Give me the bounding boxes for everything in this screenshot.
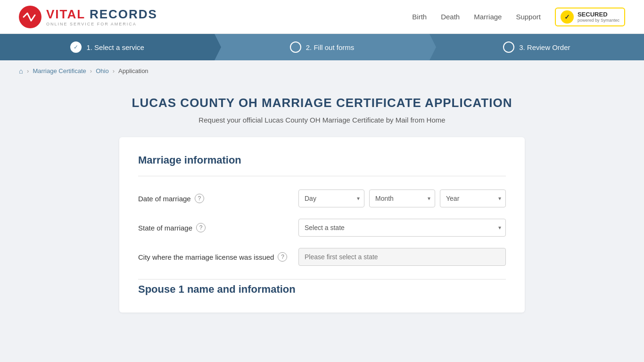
progress-step-2: 2. Fill out forms bbox=[215, 34, 429, 60]
breadcrumb-sep-2: › bbox=[90, 67, 92, 74]
date-inputs: Day 123456789101112131415161718192021222… bbox=[298, 189, 506, 207]
page-subtitle: Request your official Lucas County OH Ma… bbox=[119, 116, 525, 124]
date-help-icon[interactable]: ? bbox=[195, 194, 204, 203]
year-select[interactable]: Year 20242023202220212020201920182017201… bbox=[440, 189, 506, 207]
step2-arrow bbox=[429, 34, 436, 60]
section-divider-2 bbox=[138, 279, 506, 280]
city-row: City where the marriage license was issu… bbox=[138, 248, 506, 266]
section-divider-1 bbox=[138, 176, 506, 176]
page-title: LUCAS COUNTY OH MARRIAGE CERTIFICATE APP… bbox=[119, 96, 525, 110]
state-select[interactable]: Select a state AlabamaAlaskaArizonaArkan… bbox=[298, 219, 506, 237]
norton-powered-label: powered by Symantec bbox=[578, 18, 619, 23]
logo-text: VITAL RECORDS ONLINE SERVICE FOR AMERICA bbox=[46, 7, 157, 26]
norton-badge: ✓ SECURED powered by Symantec bbox=[555, 8, 625, 26]
logo-area: VITAL RECORDS ONLINE SERVICE FOR AMERICA bbox=[19, 6, 157, 28]
logo-icon bbox=[19, 6, 41, 28]
date-label-area: Date of marriage ? bbox=[138, 194, 289, 203]
month-select-wrapper: Month JanuaryFebruaryMarchAprilMayJuneJu… bbox=[369, 189, 435, 207]
nav-support[interactable]: Support bbox=[516, 13, 541, 21]
norton-check-icon: ✓ bbox=[561, 10, 574, 24]
norton-secured-label: SECURED bbox=[578, 11, 619, 18]
progress-bar: ✓ 1. Select a service 2. Fill out forms … bbox=[0, 34, 644, 60]
header: VITAL RECORDS ONLINE SERVICE FOR AMERICA… bbox=[0, 0, 644, 34]
norton-text: SECURED powered by Symantec bbox=[578, 11, 619, 23]
vital-text: VITAL bbox=[46, 7, 85, 21]
nav-death[interactable]: Death bbox=[441, 13, 460, 21]
date-label: Date of marriage bbox=[138, 195, 191, 203]
logo-subtitle: ONLINE SERVICE FOR AMERICA bbox=[46, 22, 157, 26]
brand-name: VITAL RECORDS bbox=[46, 7, 157, 22]
day-select[interactable]: Day 123456789101112131415161718192021222… bbox=[298, 189, 364, 207]
state-inputs: Select a state AlabamaAlaskaArizonaArkan… bbox=[298, 219, 506, 237]
state-select-wrapper: Select a state AlabamaAlaskaArizonaArkan… bbox=[298, 219, 506, 237]
state-help-icon[interactable]: ? bbox=[196, 223, 206, 232]
state-label-area: State of marriage ? bbox=[138, 223, 289, 232]
city-help-icon[interactable]: ? bbox=[278, 252, 287, 262]
section1-title: Marriage information bbox=[138, 154, 506, 166]
svg-point-0 bbox=[19, 6, 41, 28]
breadcrumb-marriage-certificate[interactable]: Marriage Certificate bbox=[33, 67, 86, 74]
main-content: LUCAS COUNTY OH MARRIAGE CERTIFICATE APP… bbox=[110, 96, 534, 313]
state-label: State of marriage bbox=[138, 224, 192, 232]
progress-step-1: ✓ 1. Select a service bbox=[0, 34, 215, 60]
breadcrumb-sep-3: › bbox=[113, 67, 115, 74]
step1-label: 1. Select a service bbox=[86, 43, 144, 51]
breadcrumb-sep-1: › bbox=[27, 67, 29, 74]
year-select-wrapper: Year 20242023202220212020201920182017201… bbox=[440, 189, 506, 207]
step3-circle bbox=[503, 41, 514, 53]
nav-area: Birth Death Marriage Support ✓ SECURED p… bbox=[412, 8, 625, 26]
step1-arrow bbox=[215, 34, 221, 60]
nav-birth[interactable]: Birth bbox=[412, 13, 427, 21]
step2-label: 2. Fill out forms bbox=[306, 43, 355, 51]
state-of-marriage-row: State of marriage ? Select a state Alaba… bbox=[138, 219, 506, 237]
step1-circle: ✓ bbox=[70, 41, 82, 53]
breadcrumb: ⌂ › Marriage Certificate › Ohio › Applic… bbox=[0, 60, 644, 82]
city-input[interactable] bbox=[298, 248, 506, 266]
home-icon[interactable]: ⌂ bbox=[19, 67, 23, 75]
date-of-marriage-row: Date of marriage ? Day 12345678910111213… bbox=[138, 189, 506, 207]
breadcrumb-application: Application bbox=[118, 67, 149, 74]
section2-title: Spouse 1 name and information bbox=[138, 283, 506, 296]
city-inputs bbox=[298, 248, 506, 266]
breadcrumb-ohio[interactable]: Ohio bbox=[96, 67, 108, 74]
step3-label: 3. Review Order bbox=[519, 43, 570, 51]
month-select[interactable]: Month JanuaryFebruaryMarchAprilMayJuneJu… bbox=[369, 189, 435, 207]
progress-step-3: 3. Review Order bbox=[429, 34, 644, 60]
form-card: Marriage information Date of marriage ? … bbox=[119, 137, 525, 313]
day-select-wrapper: Day 123456789101112131415161718192021222… bbox=[298, 189, 364, 207]
city-label: City where the marriage license was issu… bbox=[138, 253, 274, 261]
step2-circle bbox=[290, 41, 301, 53]
nav-marriage[interactable]: Marriage bbox=[474, 13, 502, 21]
city-label-area: City where the marriage license was issu… bbox=[138, 252, 289, 262]
records-text: RECORDS bbox=[85, 7, 157, 21]
